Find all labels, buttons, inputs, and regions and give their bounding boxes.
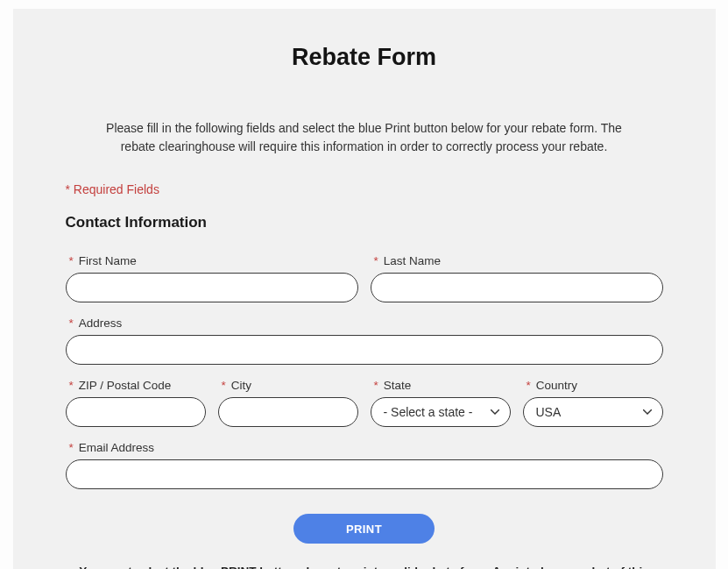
required-fields-note: * Required Fields [66,182,663,196]
field-city: *City [218,379,358,427]
city-label: *City [218,379,358,392]
address-input[interactable] [66,335,663,365]
print-button[interactable]: PRINT [293,514,435,544]
first-name-input[interactable] [66,273,358,302]
zip-input[interactable] [66,397,206,427]
required-asterisk: * [222,379,226,392]
last-name-label: *Last Name [371,254,663,267]
intro-text: Please fill in the following fields and … [93,119,636,156]
first-name-label: *First Name [66,254,358,267]
email-label: *Email Address [66,441,663,454]
footer-note: You must select the blue PRINT button ab… [67,563,662,569]
city-input[interactable] [218,397,358,427]
rebate-form-page: Rebate Form Please fill in the following… [13,9,716,569]
address-label: *Address [66,317,663,330]
page-title: Rebate Form [66,44,663,71]
country-select[interactable]: USA [523,397,663,427]
required-asterisk: * [374,254,378,267]
field-zip: *ZIP / Postal Code [66,379,206,427]
state-select[interactable]: - Select a state - [371,397,511,427]
state-label: *State [371,379,511,392]
required-asterisk: * [69,254,74,267]
last-name-input[interactable] [371,273,663,302]
field-address: *Address [66,317,663,365]
required-asterisk: * [374,379,378,392]
section-heading-contact: Contact Information [66,214,663,231]
zip-label: *ZIP / Postal Code [66,379,206,392]
required-asterisk: * [69,379,74,392]
field-country: *Country USA [523,379,663,427]
field-first-name: *First Name [66,254,358,302]
field-last-name: *Last Name [371,254,663,302]
email-input[interactable] [66,459,663,489]
required-asterisk: * [527,379,531,392]
field-state: *State - Select a state - [371,379,511,427]
required-asterisk: * [69,441,74,454]
required-asterisk: * [69,317,74,330]
field-email: *Email Address [66,441,663,489]
country-label: *Country [523,379,663,392]
